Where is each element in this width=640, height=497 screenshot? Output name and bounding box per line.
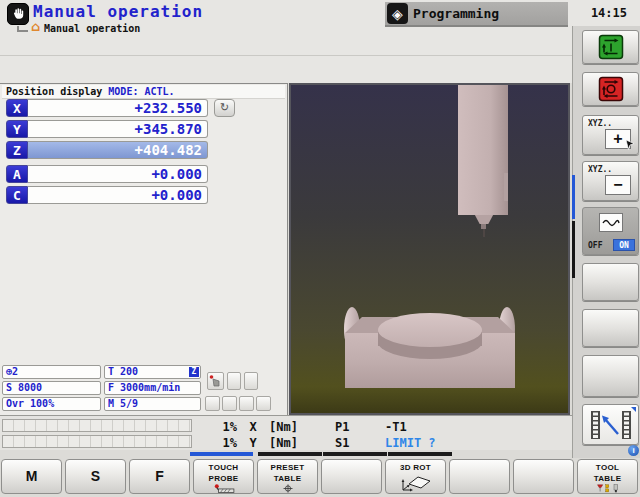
axis-value-a: +0.000	[28, 165, 208, 183]
load-percent-x: 1%	[205, 420, 237, 434]
softkey-empty-2[interactable]	[449, 459, 510, 494]
spindle	[458, 85, 508, 215]
on-badge: ON	[613, 239, 635, 251]
sidebar-empty-button-3[interactable]	[582, 355, 639, 397]
mode-title: Manual operation	[33, 2, 203, 21]
tab-programming[interactable]: ◈ Programming	[385, 2, 568, 27]
axis-value-c: +0.000	[28, 186, 208, 204]
cursor-pointer-icon	[625, 140, 635, 150]
load-axis-y: Y	[237, 436, 269, 450]
axis-row-z: Z +404.482	[6, 141, 208, 159]
position-panel: Position display MODE: ACTL. X +232.550 …	[0, 83, 288, 415]
limit-warning: LIMIT ?	[381, 436, 436, 450]
spindle-speed-field: S 8000	[2, 381, 101, 395]
softkey-empty-1[interactable]	[321, 459, 382, 494]
softkey-tool-table[interactable]: TOOL TABLE	[577, 459, 638, 494]
3d-rot-icon	[399, 473, 433, 492]
status-box-3	[205, 396, 220, 411]
softkey-tool-table-line2: TABLE	[594, 474, 622, 483]
machine-3d-view	[289, 83, 570, 415]
position-panel-title: Position display	[6, 86, 102, 97]
axis-select-minus-button[interactable]: XYZ.. −	[582, 161, 639, 201]
softkey-m[interactable]: M	[1, 459, 62, 494]
feed-rate-field: F 3000mm/min	[104, 381, 201, 395]
softkey-row-indicator-2	[258, 452, 322, 456]
programming-mode-icon: ◈	[387, 3, 408, 24]
position-mode-label: MODE: ACTL.	[108, 86, 174, 97]
axis-label-z: Z	[6, 141, 28, 159]
tool-table-icon	[592, 484, 624, 493]
rotary-table-top	[378, 313, 482, 347]
status-strip: 1% X [Nm] P1 -T1 1% Y [Nm] S1 LIMIT ?	[0, 415, 572, 450]
axis-row-c: C +0.000	[6, 186, 208, 204]
traverse-reference-button[interactable]	[582, 30, 639, 64]
status-box-6	[256, 396, 271, 411]
retract-axis-button[interactable]	[582, 72, 639, 106]
reference-run-icon	[597, 34, 624, 61]
softkey-touch-probe[interactable]: TOUCH PROBE	[193, 459, 254, 494]
tool-tip	[483, 229, 485, 237]
load-axis-x: X	[237, 420, 269, 434]
softkey-tool-table-line1: TOOL	[596, 463, 619, 472]
sidebar-scroll-indicator-blue	[572, 175, 575, 219]
status-box-5	[239, 396, 254, 411]
softkey-f[interactable]: F	[129, 459, 190, 494]
preset-field: ⊕2	[2, 365, 101, 379]
switch-window-icon	[588, 410, 634, 440]
minus-key: −	[605, 175, 631, 195]
home-icon: ⌂	[31, 19, 40, 34]
preset-number: 2	[12, 366, 18, 377]
clock: 14:15	[591, 6, 627, 20]
axis-select-plus-button[interactable]: XYZ.. +	[582, 115, 639, 155]
softkey-s-label: S	[91, 468, 100, 484]
tool-status-icon	[207, 372, 224, 390]
softkey-m-label: M	[26, 468, 38, 484]
axis-minus-label: XYZ..	[588, 165, 612, 174]
sidebar-empty-button-1[interactable]	[582, 263, 639, 301]
status-box-2	[244, 372, 258, 390]
hand-icon	[10, 6, 26, 22]
softkey-row-indicator-4	[388, 452, 452, 456]
softkey-preset-table-line2: TABLE	[274, 474, 302, 483]
softkey-empty-3[interactable]	[513, 459, 574, 494]
tool-label: -T1	[381, 420, 407, 434]
spindle-label: S1	[321, 436, 381, 450]
load-status-line-2: 1% Y [Nm] S1 LIMIT ?	[205, 436, 565, 450]
sidebar-scroll-indicator-black	[572, 221, 575, 278]
m-function-field: M 5/9	[104, 397, 201, 411]
axis-label-x: X	[6, 99, 28, 117]
softkey-3d-rot-label: 3D ROT	[400, 463, 431, 472]
softkey-row-indicator-active	[190, 452, 253, 456]
off-label: OFF	[588, 241, 602, 250]
override-field: Ovr 100%	[2, 397, 101, 411]
help-icon[interactable]: i	[628, 445, 639, 456]
axis-row-x: X +232.550	[6, 99, 208, 117]
softkey-3d-rot[interactable]: 3D ROT	[385, 459, 446, 494]
softkey-s[interactable]: S	[65, 459, 126, 494]
manual-mode-icon	[7, 3, 29, 25]
header: Manual operation ⌂ Manual operation ◈ Pr…	[0, 0, 640, 83]
switch-window-button[interactable]	[582, 404, 639, 445]
status-box-4	[222, 396, 237, 411]
load-unit-y: [Nm]	[269, 436, 321, 450]
axis-value-y: +345.870	[28, 120, 208, 138]
softkey-preset-table[interactable]: PRESET TABLE	[257, 459, 318, 494]
axis-plus-label: XYZ..	[588, 119, 612, 128]
status-box-1	[227, 372, 241, 390]
axis-row-y: Y +345.870	[6, 120, 208, 138]
load-meter-y	[2, 435, 192, 448]
tool-axis-badge: Z	[189, 367, 199, 377]
sidebar-empty-button-2[interactable]	[582, 309, 639, 347]
position-panel-header: Position display MODE: ACTL.	[2, 85, 285, 99]
handwheel-toggle-button[interactable]: OFF ON	[582, 207, 639, 255]
softkey-preset-table-line1: PRESET	[271, 463, 305, 472]
axis-label-y: Y	[6, 120, 28, 138]
touch-probe-icon	[211, 484, 237, 493]
load-meter-x	[2, 419, 192, 432]
pocket-label: P1	[321, 420, 381, 434]
softkey-f-label: F	[155, 468, 164, 484]
load-percent-y: 1%	[205, 436, 237, 450]
refresh-position-button[interactable]: ↻	[214, 99, 235, 117]
softkey-touch-probe-line2: PROBE	[209, 474, 239, 483]
mode-subtitle: Manual operation	[44, 23, 140, 34]
